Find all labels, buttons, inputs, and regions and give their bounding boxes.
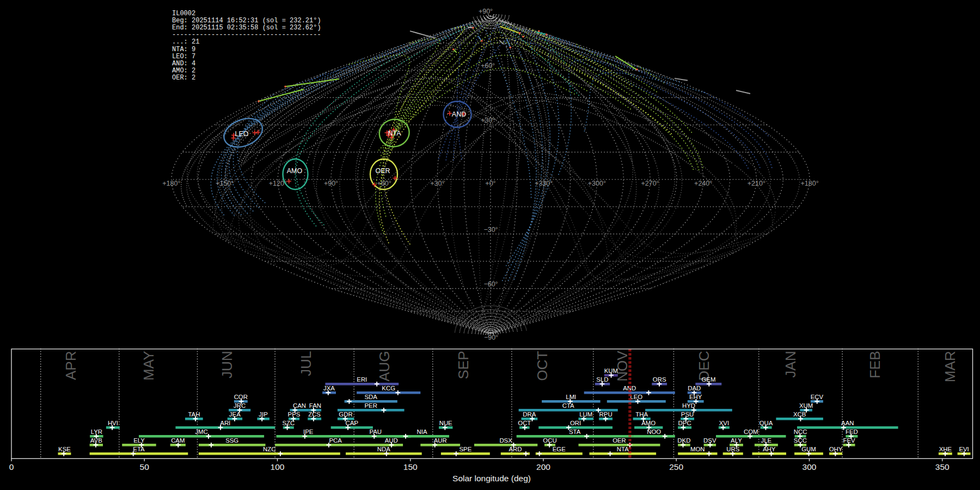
svg-text:+0°: +0°	[485, 180, 495, 187]
svg-text:NTA: NTA	[388, 130, 401, 137]
svg-text:THA: THA	[635, 411, 648, 418]
svg-text:JIP: JIP	[259, 411, 267, 418]
svg-text:PAU: PAU	[370, 428, 382, 435]
svg-text:NOV: NOV	[614, 351, 630, 382]
svg-text:ARI: ARI	[220, 420, 230, 426]
svg-text:XCB: XCB	[793, 411, 806, 418]
svg-text:AHY: AHY	[763, 446, 776, 452]
svg-text:−60°: −60°	[483, 280, 498, 288]
svg-text:XVI: XVI	[719, 420, 729, 426]
svg-text:ELY: ELY	[133, 437, 145, 444]
svg-text:LMI: LMI	[566, 394, 576, 400]
svg-text:+60°: +60°	[481, 62, 495, 70]
svg-text:AND: AND	[452, 111, 466, 118]
svg-text:ERI: ERI	[357, 376, 367, 383]
svg-text:250: 250	[669, 462, 683, 471]
svg-text:DKD: DKD	[677, 437, 690, 444]
svg-text:+150°: +150°	[216, 180, 234, 187]
svg-text:SSG: SSG	[225, 437, 238, 444]
svg-text:ETA: ETA	[133, 446, 145, 452]
svg-text:+330°: +330°	[535, 180, 553, 187]
svg-text:ZCS: ZCS	[308, 411, 321, 418]
svg-text:300: 300	[803, 462, 817, 471]
svg-text:50: 50	[140, 462, 150, 471]
svg-text:NZC: NZC	[263, 446, 275, 452]
svg-text:−30°: −30°	[483, 226, 498, 234]
svg-text:APR: APR	[63, 351, 79, 380]
svg-text:FED: FED	[846, 428, 858, 435]
svg-text:AUR: AUR	[434, 437, 447, 444]
svg-text:+30°: +30°	[430, 180, 444, 187]
svg-text:OER: OER	[612, 437, 626, 444]
svg-text:Solar longitude (deg): Solar longitude (deg)	[452, 474, 531, 483]
svg-text:PCA: PCA	[329, 437, 342, 444]
svg-text:ARD: ARD	[509, 446, 522, 452]
svg-text:SPE: SPE	[460, 446, 472, 452]
svg-text:JAN: JAN	[782, 351, 799, 378]
svg-text:FAN: FAN	[309, 402, 321, 409]
svg-text:+90°: +90°	[479, 8, 493, 15]
svg-text:DRA: DRA	[523, 411, 536, 418]
svg-text:SDA: SDA	[364, 394, 377, 400]
svg-text:OER: OER	[375, 167, 390, 175]
svg-text:HYD: HYD	[682, 402, 695, 409]
svg-text:JXA: JXA	[323, 385, 335, 391]
svg-text:PSU: PSU	[681, 411, 694, 418]
svg-text:OCT: OCT	[534, 351, 550, 381]
svg-text:NUE: NUE	[439, 420, 452, 426]
svg-text:FEB: FEB	[867, 351, 883, 379]
svg-text:TAH: TAH	[188, 411, 200, 418]
svg-text:+240°: +240°	[694, 180, 712, 187]
svg-text:DSX: DSX	[499, 437, 512, 444]
svg-text:NDA: NDA	[377, 446, 390, 452]
svg-text:PPS: PPS	[288, 411, 301, 418]
svg-text:JUL: JUL	[298, 351, 314, 376]
svg-text:150: 150	[403, 462, 418, 471]
svg-text:EGE: EGE	[553, 446, 566, 452]
svg-text:+180°: +180°	[801, 180, 819, 187]
svg-text:200: 200	[536, 462, 550, 471]
svg-text:NIA: NIA	[417, 428, 427, 435]
svg-text:+30°: +30°	[481, 117, 495, 124]
svg-text:DPC: DPC	[678, 420, 691, 426]
svg-text:NOO: NOO	[647, 428, 661, 435]
svg-text:+60°: +60°	[377, 180, 391, 187]
svg-text:STA: STA	[569, 428, 581, 435]
svg-text:100: 100	[271, 462, 285, 471]
svg-text:SEP: SEP	[455, 351, 471, 379]
svg-text:AMO: AMO	[287, 167, 303, 175]
svg-text:+180°: +180°	[162, 180, 180, 187]
svg-text:LUM: LUM	[579, 411, 592, 418]
svg-text:NTA: NTA	[617, 446, 629, 452]
svg-text:MON: MON	[690, 446, 705, 452]
svg-text:SZC: SZC	[282, 420, 295, 426]
svg-text:KCG: KCG	[382, 385, 395, 391]
svg-text:MAR: MAR	[942, 351, 958, 383]
svg-text:AUG: AUG	[376, 351, 393, 382]
svg-text:LEO: LEO	[630, 394, 642, 400]
svg-text:KSE: KSE	[58, 446, 71, 452]
svg-text:PER: PER	[364, 402, 377, 409]
svg-text:0: 0	[9, 462, 14, 471]
svg-text:JMC: JMC	[195, 428, 207, 435]
svg-text:CTA: CTA	[562, 402, 574, 409]
svg-text:ORI: ORI	[570, 420, 581, 426]
svg-text:350: 350	[935, 462, 950, 471]
svg-text:−90°: −90°	[484, 334, 498, 341]
svg-text:HVI: HVI	[108, 420, 118, 426]
svg-text:+270°: +270°	[641, 180, 659, 187]
svg-text:MAY: MAY	[140, 351, 157, 381]
svg-text:LEO: LEO	[235, 130, 248, 138]
svg-text:COM: COM	[744, 428, 758, 435]
svg-text:+210°: +210°	[748, 180, 765, 187]
svg-text:+300°: +300°	[588, 180, 606, 187]
svg-text:JUN: JUN	[219, 351, 235, 379]
svg-text:+90°: +90°	[324, 180, 338, 187]
